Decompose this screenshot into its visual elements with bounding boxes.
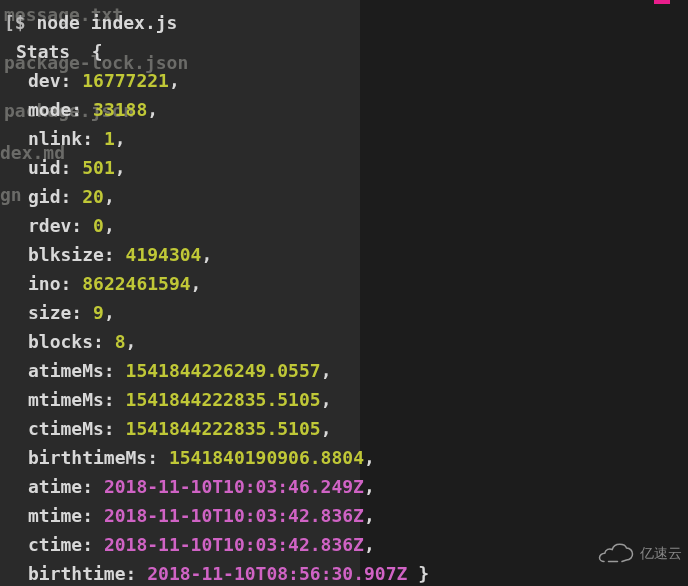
stat-rdev: rdev: 0, bbox=[4, 211, 684, 240]
stat-ino: ino: 8622461594, bbox=[4, 269, 684, 298]
command-text: node index.js bbox=[37, 12, 178, 33]
stat-size: size: 9, bbox=[4, 298, 684, 327]
window-decoration bbox=[654, 0, 670, 4]
stat-gid: gid: 20, bbox=[4, 182, 684, 211]
stat-mtime: mtime: 2018-11-10T10:03:42.836Z, bbox=[4, 501, 684, 530]
stat-birthtime: birthtime: 2018-11-10T08:56:30.907Z } bbox=[4, 559, 684, 586]
stat-nlink: nlink: 1, bbox=[4, 124, 684, 153]
stat-blocks: blocks: 8, bbox=[4, 327, 684, 356]
stat-uid: uid: 501, bbox=[4, 153, 684, 182]
watermark-text: 亿速云 bbox=[640, 539, 682, 568]
stat-birthtimems: birthtimeMs: 1541840190906.8804, bbox=[4, 443, 684, 472]
stat-ctimems: ctimeMs: 1541844222835.5105, bbox=[4, 414, 684, 443]
stat-dev: dev: 16777221, bbox=[4, 66, 684, 95]
prompt: [$ bbox=[4, 12, 26, 33]
stat-atime: atime: 2018-11-10T10:03:46.249Z, bbox=[4, 472, 684, 501]
cloud-icon bbox=[598, 543, 634, 565]
stat-mtimems: mtimeMs: 1541844222835.5105, bbox=[4, 385, 684, 414]
terminal-output[interactable]: [$ node index.js Stats { dev: 16777221, … bbox=[0, 0, 688, 586]
command-line: [$ node index.js bbox=[4, 8, 684, 37]
stat-blksize: blksize: 4194304, bbox=[4, 240, 684, 269]
stat-mode: mode: 33188, bbox=[4, 95, 684, 124]
stat-atimems: atimeMs: 1541844226249.0557, bbox=[4, 356, 684, 385]
watermark: 亿速云 bbox=[592, 539, 688, 568]
stat-ctime: ctime: 2018-11-10T10:03:42.836Z, bbox=[4, 530, 684, 559]
struct-open: Stats { bbox=[4, 37, 684, 66]
